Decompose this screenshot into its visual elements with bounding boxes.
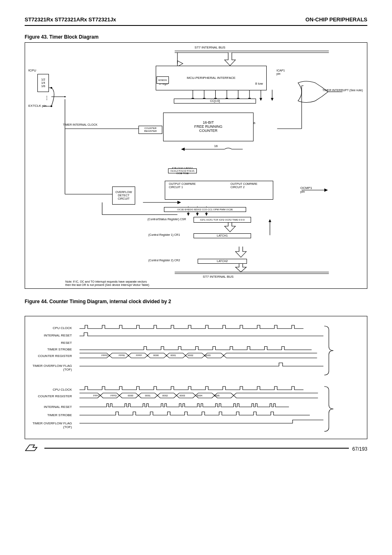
cv20: FFFC	[93, 394, 99, 397]
t-cnt1: COUNTER REGISTER	[27, 354, 72, 358]
icf1: ICF1	[200, 219, 205, 221]
cv21: FFFD	[111, 394, 117, 397]
cv14: 0001	[171, 354, 176, 357]
svg-marker-42	[178, 201, 181, 204]
cv11: FFFE	[119, 354, 125, 357]
figure43-title: Figure 43. Timer Block Diagram	[25, 34, 367, 40]
cr1-label: (Control Register 1) CR1	[148, 233, 180, 237]
t-cpu2: CPU CLOCK	[27, 388, 72, 391]
extclk-label: EXTCLK pin	[28, 104, 46, 108]
counter-block: 16-BIT FREE RUNNING COUNTER	[163, 113, 254, 141]
eight-low-label: 8 low	[255, 82, 263, 86]
t-tof2: TIMER OVERFLOW FLAG (TOF)	[27, 421, 72, 429]
st-logo	[25, 443, 41, 455]
divider-block: 1/2 1/4 1/8	[37, 74, 49, 92]
ocf2: OCF2	[225, 219, 232, 221]
t-strobe1: TIMER STROBE	[27, 348, 72, 351]
t-intreset2: INTERNAL RESET	[27, 405, 72, 409]
timer-clk-label: TIMER INTERNAL CLOCK	[63, 123, 97, 127]
svg-marker-52	[205, 213, 208, 216]
cv26: 0004	[197, 394, 202, 397]
svg-marker-21	[181, 147, 185, 151]
svg-marker-46	[324, 189, 328, 192]
exedg-block: EXEDG	[157, 76, 169, 84]
oc2-circuit: OUTPUT COMPARE CIRCUIT 2	[231, 182, 257, 189]
figure43-box: ST7 INTERNAL BUS	[25, 42, 367, 289]
page-number: 67/193	[352, 446, 367, 452]
svg-marker-50	[196, 213, 199, 216]
t-strobe2: TIMER STROBE	[27, 413, 72, 417]
t-tof1: TIMER OVERFLOW FLAG (TOF)	[27, 364, 72, 371]
counter-reg-block: COUNTER REGISTER	[138, 126, 162, 134]
bus-bottom-label: ST7 INTERNAL BUS	[165, 275, 272, 279]
see-note: TIMER INTERRUPT (See note)	[323, 89, 363, 92]
cv12: FFFF	[136, 354, 142, 357]
figure44-title: Figure 44. Counter Timing Diagram, inter…	[25, 299, 367, 304]
tof: TOF	[213, 219, 218, 221]
section-title: ON-CHIP PERIPHERALS	[305, 16, 367, 23]
cv16: 0003	[205, 354, 210, 357]
header-rule	[25, 25, 367, 26]
t-cnt2: COUNTER REGISTER	[27, 394, 72, 398]
svg-point-14	[51, 105, 52, 107]
six-label: 6	[254, 122, 255, 125]
note-text: Note: If IC, OC and TO interrupt request…	[65, 280, 149, 286]
cr2-bits-strip: OC1E EXEDG IEDG2 CC0 CC1 OPM PWM OC2E	[164, 207, 246, 212]
latch2-block: LATCH2	[198, 259, 247, 264]
cv25: 0003	[180, 394, 185, 397]
cr2-label: (Control Register 2) CR2	[148, 259, 180, 262]
cr1-bits-strip: ICIE OLVL1 IEDG1 OLVL2 FOLV2 FOLV1 OCIE …	[168, 168, 197, 173]
csr-label: (Control/Status Register) CSR	[148, 218, 186, 221]
cv24: 0002	[162, 394, 168, 397]
cv13: 0000	[153, 354, 159, 357]
overflow-block: OVERFLOW DETECT CIRCUIT	[112, 187, 135, 205]
svg-marker-54	[269, 219, 272, 222]
t-reset: RESET	[27, 341, 72, 345]
ocf1: OCF1	[206, 219, 213, 221]
t-intreset1: INTERNAL RESET	[27, 334, 72, 337]
cv27: 0005	[214, 394, 219, 397]
icap1-pin: ICAP1 pin	[277, 69, 285, 75]
svg-marker-37	[271, 98, 274, 101]
ocmp1-pin: OCMP1 pin	[300, 187, 312, 194]
mcu-interface-block: MCU-PERIPHERAL INTERFACE	[156, 66, 267, 90]
cc-bits-strip: CC[1:0]	[174, 99, 256, 104]
zeros: 0 0 0	[239, 219, 244, 221]
svg-marker-48	[187, 213, 190, 216]
cv22: 0000	[128, 394, 133, 397]
icf2: ICF2	[219, 219, 224, 221]
timd: TIMD	[232, 219, 238, 221]
csr-bits: ICF1 OCF1 TOF ICF2 OCF2 TIMD 0 0 0	[194, 217, 251, 223]
oc1-circuit: OUTPUT COMPARE CIRCUIT 1	[169, 182, 196, 189]
doc-id: ST72321Rx ST72321ARx ST72321Jx	[25, 16, 116, 23]
latch-block: LATCH1	[194, 233, 251, 238]
figure44-box: CPU CLOCK INTERNAL RESET RESET TIMER STR…	[25, 316, 367, 439]
svg-point-16	[64, 96, 65, 97]
cv15: 0002	[188, 354, 193, 357]
svg-marker-35	[259, 98, 262, 101]
cv10: FFFD	[101, 354, 108, 357]
fcpu-label: fCPU	[28, 69, 36, 73]
t-cpu1: CPU CLOCK	[27, 326, 72, 330]
sixteen-label: 16	[214, 145, 218, 148]
cv23: 0001	[145, 394, 150, 397]
